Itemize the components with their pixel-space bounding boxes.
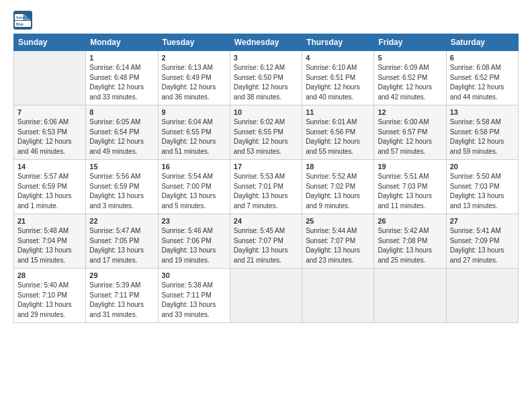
week-row: 1Sunrise: 6:14 AM Sunset: 6:48 PM Daylig… — [14, 51, 519, 105]
table-row: 29Sunrise: 5:39 AM Sunset: 7:11 PM Dayli… — [86, 269, 158, 323]
cell-info: Sunrise: 5:50 AM Sunset: 7:03 PM Dayligh… — [450, 172, 515, 211]
calendar-table: SundayMondayTuesdayWednesdayThursdayFrid… — [13, 34, 519, 323]
week-row: 21Sunrise: 5:48 AM Sunset: 7:04 PM Dayli… — [14, 214, 519, 269]
cell-info: Sunrise: 5:42 AM Sunset: 7:08 PM Dayligh… — [378, 226, 442, 265]
day-number: 14 — [17, 163, 82, 171]
table-row: 23Sunrise: 5:46 AM Sunset: 7:06 PM Dayli… — [158, 214, 230, 269]
day-number: 21 — [17, 217, 82, 225]
col-header-sunday: Sunday — [14, 34, 86, 51]
cell-info: Sunrise: 6:02 AM Sunset: 6:55 PM Dayligh… — [234, 118, 298, 156]
day-number: 1 — [89, 54, 154, 62]
day-number: 8 — [89, 108, 154, 116]
day-number: 30 — [162, 271, 226, 279]
table-row: 20Sunrise: 5:50 AM Sunset: 7:03 PM Dayli… — [446, 160, 518, 214]
day-number: 23 — [162, 217, 226, 225]
day-number: 17 — [234, 163, 298, 171]
day-number: 20 — [450, 163, 515, 171]
cell-info: Sunrise: 6:12 AM Sunset: 6:50 PM Dayligh… — [234, 63, 298, 102]
day-number: 19 — [378, 163, 442, 171]
table-row: 1Sunrise: 6:14 AM Sunset: 6:48 PM Daylig… — [86, 51, 158, 105]
table-row: 24Sunrise: 5:45 AM Sunset: 7:07 PM Dayli… — [230, 214, 302, 269]
col-header-saturday: Saturday — [446, 34, 518, 51]
day-number: 22 — [89, 217, 154, 225]
week-row: 14Sunrise: 5:57 AM Sunset: 6:59 PM Dayli… — [14, 160, 519, 214]
cell-info: Sunrise: 6:13 AM Sunset: 6:49 PM Dayligh… — [162, 63, 226, 102]
table-row: 14Sunrise: 5:57 AM Sunset: 6:59 PM Dayli… — [14, 160, 86, 214]
day-number: 18 — [306, 163, 370, 171]
header: General Blue — [13, 11, 519, 30]
day-number: 7 — [17, 108, 82, 116]
cell-info: Sunrise: 5:54 AM Sunset: 7:00 PM Dayligh… — [162, 172, 226, 211]
table-row: 30Sunrise: 5:38 AM Sunset: 7:11 PM Dayli… — [158, 269, 230, 323]
cell-info: Sunrise: 5:44 AM Sunset: 7:07 PM Dayligh… — [306, 226, 370, 265]
table-row — [230, 269, 302, 323]
day-number: 3 — [234, 54, 298, 62]
cell-info: Sunrise: 5:46 AM Sunset: 7:06 PM Dayligh… — [162, 226, 226, 265]
table-row: 5Sunrise: 6:09 AM Sunset: 6:52 PM Daylig… — [374, 51, 446, 105]
cell-info: Sunrise: 5:48 AM Sunset: 7:04 PM Dayligh… — [17, 226, 82, 265]
cell-info: Sunrise: 6:04 AM Sunset: 6:55 PM Dayligh… — [162, 118, 226, 156]
table-row — [374, 269, 446, 323]
day-number: 29 — [89, 271, 154, 279]
table-row: 16Sunrise: 5:54 AM Sunset: 7:00 PM Dayli… — [158, 160, 230, 214]
day-number: 5 — [378, 54, 442, 62]
day-number: 13 — [450, 108, 515, 116]
day-number: 11 — [306, 108, 370, 116]
table-row: 4Sunrise: 6:10 AM Sunset: 6:51 PM Daylig… — [302, 51, 374, 105]
cell-info: Sunrise: 6:05 AM Sunset: 6:54 PM Dayligh… — [89, 118, 154, 156]
table-row: 18Sunrise: 5:52 AM Sunset: 7:02 PM Dayli… — [302, 160, 374, 214]
cell-info: Sunrise: 5:39 AM Sunset: 7:11 PM Dayligh… — [89, 281, 154, 320]
col-header-friday: Friday — [374, 34, 446, 51]
table-row: 9Sunrise: 6:04 AM Sunset: 6:55 PM Daylig… — [158, 105, 230, 160]
day-number: 6 — [450, 54, 515, 62]
cell-info: Sunrise: 6:09 AM Sunset: 6:52 PM Dayligh… — [378, 63, 442, 102]
col-header-tuesday: Tuesday — [158, 34, 230, 51]
logo-icon: General Blue — [13, 11, 32, 30]
week-row: 7Sunrise: 6:06 AM Sunset: 6:53 PM Daylig… — [14, 105, 519, 160]
day-number: 27 — [450, 217, 515, 225]
cell-info: Sunrise: 5:58 AM Sunset: 6:58 PM Dayligh… — [450, 118, 515, 156]
day-number: 9 — [162, 108, 226, 116]
cell-info: Sunrise: 5:47 AM Sunset: 7:05 PM Dayligh… — [89, 226, 154, 265]
cell-info: Sunrise: 5:38 AM Sunset: 7:11 PM Dayligh… — [162, 281, 226, 320]
day-number: 16 — [162, 163, 226, 171]
svg-text:General: General — [16, 15, 29, 19]
cell-info: Sunrise: 5:57 AM Sunset: 6:59 PM Dayligh… — [17, 172, 82, 211]
day-number: 26 — [378, 217, 442, 225]
cell-info: Sunrise: 5:52 AM Sunset: 7:02 PM Dayligh… — [306, 172, 370, 211]
table-row: 7Sunrise: 6:06 AM Sunset: 6:53 PM Daylig… — [14, 105, 86, 160]
table-row: 22Sunrise: 5:47 AM Sunset: 7:05 PM Dayli… — [86, 214, 158, 269]
day-number: 12 — [378, 108, 442, 116]
table-row: 3Sunrise: 6:12 AM Sunset: 6:50 PM Daylig… — [230, 51, 302, 105]
table-row: 10Sunrise: 6:02 AM Sunset: 6:55 PM Dayli… — [230, 105, 302, 160]
table-row: 17Sunrise: 5:53 AM Sunset: 7:01 PM Dayli… — [230, 160, 302, 214]
col-header-monday: Monday — [86, 34, 158, 51]
table-row: 8Sunrise: 6:05 AM Sunset: 6:54 PM Daylig… — [86, 105, 158, 160]
table-row — [14, 51, 86, 105]
table-row: 27Sunrise: 5:41 AM Sunset: 7:09 PM Dayli… — [446, 214, 518, 269]
table-row — [446, 269, 518, 323]
page: General Blue SundayMondayTuesdayWednesda… — [0, 0, 532, 330]
day-number: 4 — [306, 54, 370, 62]
day-number: 10 — [234, 108, 298, 116]
day-number: 25 — [306, 217, 370, 225]
table-row: 11Sunrise: 6:01 AM Sunset: 6:56 PM Dayli… — [302, 105, 374, 160]
table-row — [302, 269, 374, 323]
table-row: 25Sunrise: 5:44 AM Sunset: 7:07 PM Dayli… — [302, 214, 374, 269]
table-row: 21Sunrise: 5:48 AM Sunset: 7:04 PM Dayli… — [14, 214, 86, 269]
svg-text:Blue: Blue — [16, 22, 24, 26]
cell-info: Sunrise: 6:01 AM Sunset: 6:56 PM Dayligh… — [306, 118, 370, 156]
table-row: 15Sunrise: 5:56 AM Sunset: 6:59 PM Dayli… — [86, 160, 158, 214]
day-number: 28 — [17, 271, 82, 279]
cell-info: Sunrise: 6:06 AM Sunset: 6:53 PM Dayligh… — [17, 118, 82, 156]
table-row: 2Sunrise: 6:13 AM Sunset: 6:49 PM Daylig… — [158, 51, 230, 105]
col-header-wednesday: Wednesday — [230, 34, 302, 51]
cell-info: Sunrise: 6:10 AM Sunset: 6:51 PM Dayligh… — [306, 63, 370, 102]
table-row: 28Sunrise: 5:40 AM Sunset: 7:10 PM Dayli… — [14, 269, 86, 323]
cell-info: Sunrise: 5:53 AM Sunset: 7:01 PM Dayligh… — [234, 172, 298, 211]
logo: General Blue — [13, 11, 35, 30]
day-number: 15 — [89, 163, 154, 171]
table-row: 12Sunrise: 6:00 AM Sunset: 6:57 PM Dayli… — [374, 105, 446, 160]
table-row: 26Sunrise: 5:42 AM Sunset: 7:08 PM Dayli… — [374, 214, 446, 269]
cell-info: Sunrise: 5:56 AM Sunset: 6:59 PM Dayligh… — [89, 172, 154, 211]
